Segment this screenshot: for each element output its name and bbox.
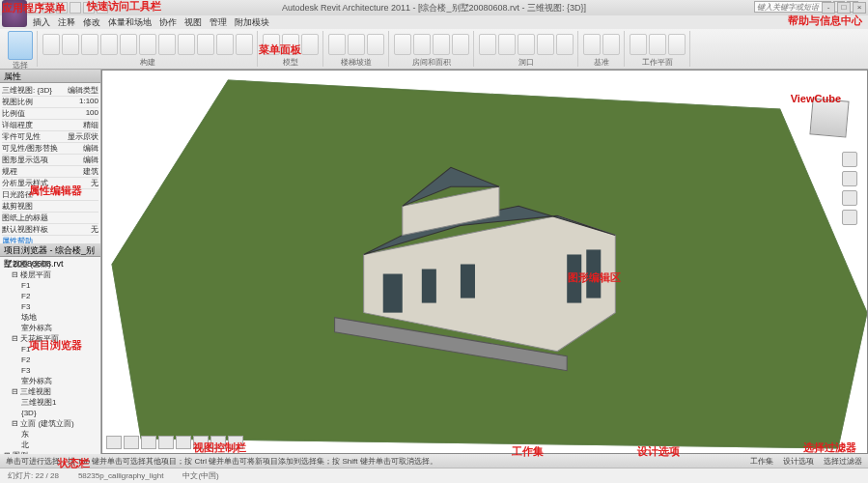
steering-wheel-icon[interactable] (842, 152, 857, 167)
railing-tool-icon[interactable] (367, 34, 384, 55)
vertical-opening-icon[interactable] (537, 34, 554, 55)
maximize-icon[interactable]: □ (837, 2, 851, 14)
wall-tool-icon[interactable] (42, 34, 60, 55)
menu-item[interactable]: 协作 (159, 16, 177, 29)
prop-value[interactable]: 显示原状 (60, 131, 98, 142)
tree-leaf[interactable]: F3 (4, 365, 97, 376)
zoom-icon[interactable] (842, 190, 857, 206)
tree-leaf[interactable]: F1 (4, 344, 97, 355)
tree-leaf[interactable]: 室外标高 (4, 376, 97, 386)
workset-status[interactable]: 工作集 (750, 456, 773, 467)
tree-node[interactable]: ⊟ 天花板平面 (4, 333, 97, 344)
qat-redo-icon[interactable] (56, 2, 68, 14)
prop-value[interactable]: 建筑 (60, 166, 98, 177)
menu-item[interactable]: 插入 (33, 16, 50, 29)
curtain-tool-icon[interactable] (197, 34, 214, 55)
legend-tool-icon[interactable] (452, 34, 469, 55)
sun-path-icon[interactable] (158, 436, 174, 449)
tree-root[interactable]: ⊟ 视图 (全部) (4, 259, 97, 270)
visual-style-icon[interactable] (141, 436, 156, 449)
menu-item[interactable]: 视图 (184, 16, 202, 29)
menu-item[interactable]: 修改 (83, 16, 100, 29)
menu-item[interactable]: 注释 (58, 16, 75, 29)
grid-tool-icon[interactable] (216, 34, 234, 55)
tree-leaf[interactable]: 北 (4, 440, 97, 450)
ramp-tool-icon[interactable] (348, 34, 365, 55)
window-tool-icon[interactable] (81, 34, 98, 55)
type-selector[interactable]: 三维视图: {3D} (2, 85, 60, 96)
tree-leaf[interactable]: 三维视图1 (4, 397, 97, 408)
menu-item[interactable]: 管理 (210, 16, 227, 29)
text-tool-icon[interactable] (263, 34, 280, 55)
floor-tool-icon[interactable] (178, 34, 195, 55)
prop-value[interactable]: 编辑 (60, 155, 98, 165)
tag-tool-icon[interactable] (433, 34, 450, 55)
menu-item[interactable]: 体量和场地 (108, 16, 152, 29)
prop-value[interactable] (60, 213, 98, 223)
grid-line-icon[interactable] (602, 34, 620, 55)
crop-region-icon[interactable] (210, 436, 226, 449)
prop-value[interactable]: 精细 (60, 120, 98, 130)
viewcube[interactable] (809, 98, 849, 137)
shadows-icon[interactable] (176, 436, 191, 449)
properties-help-link[interactable]: 属性帮助 (2, 236, 98, 243)
menu-item[interactable]: 附加模块 (235, 16, 269, 29)
qat-save-icon[interactable] (29, 2, 41, 14)
prop-value[interactable]: 无 (60, 178, 98, 188)
prop-value[interactable]: 100 (60, 108, 98, 119)
dormer-tool-icon[interactable] (556, 34, 574, 55)
drawing-area[interactable] (101, 70, 868, 454)
line-tool-icon[interactable] (282, 34, 299, 55)
set-workplane-icon[interactable] (630, 34, 647, 55)
wall-opening-icon[interactable] (518, 34, 535, 55)
help-search-input[interactable] (754, 1, 831, 13)
group-tool-icon[interactable] (301, 34, 319, 55)
qat-open-icon[interactable] (83, 2, 95, 14)
lock-view-icon[interactable] (228, 436, 243, 449)
minimize-icon[interactable]: - (822, 2, 835, 14)
prop-value[interactable] (60, 189, 98, 200)
roof-tool-icon[interactable] (139, 34, 156, 55)
tree-leaf[interactable]: F3 (4, 301, 97, 312)
prop-value[interactable]: 编辑 (60, 143, 98, 154)
shaft-tool-icon[interactable] (498, 34, 516, 55)
qat-undo-icon[interactable] (42, 2, 54, 14)
scale-control[interactable] (106, 436, 122, 449)
qat-print-icon[interactable] (70, 2, 81, 14)
tree-leaf[interactable]: 场地 (4, 312, 97, 323)
application-menu-button[interactable] (2, 0, 27, 27)
ref-plane-icon[interactable] (668, 34, 686, 55)
tree-leaf[interactable]: F1 (4, 280, 97, 291)
prop-value[interactable] (60, 201, 98, 212)
opening-tool-icon[interactable] (479, 34, 496, 55)
tree-leaf[interactable]: {3D} (4, 408, 97, 418)
selection-filter-status[interactable]: 选择过滤器 (824, 456, 862, 467)
tree-leaf[interactable]: F2 (4, 355, 97, 365)
close-icon[interactable]: × (853, 2, 866, 14)
tree-node[interactable]: ⊟ 楼层平面 (4, 270, 97, 280)
area-tool-icon[interactable] (413, 34, 431, 55)
show-workplane-icon[interactable] (649, 34, 666, 55)
pan-icon[interactable] (842, 171, 857, 186)
tree-leaf[interactable]: 东 (4, 429, 97, 440)
tree-node[interactable]: ⊞ 图例 (4, 450, 97, 454)
edit-type-button[interactable]: 编辑类型 (60, 85, 98, 96)
modify-tool-icon[interactable] (8, 31, 33, 60)
room-tool-icon[interactable] (394, 34, 411, 55)
crop-view-icon[interactable] (193, 436, 209, 449)
detail-level-icon[interactable] (124, 436, 139, 449)
tree-leaf[interactable]: 室外标高 (4, 323, 97, 333)
tree-node[interactable]: ⊟ 立面 (建筑立面) (4, 418, 97, 429)
component-tool-icon[interactable] (100, 34, 118, 55)
stair-tool-icon[interactable] (328, 34, 346, 55)
tree-leaf[interactable]: F2 (4, 291, 97, 301)
ceiling-tool-icon[interactable] (158, 34, 176, 55)
prop-value[interactable]: 1:100 (60, 97, 98, 107)
mullion-tool-icon[interactable] (236, 34, 253, 55)
level-tool-icon[interactable] (583, 34, 601, 55)
prop-value[interactable]: 无 (60, 224, 98, 235)
qat-measure-icon[interactable] (97, 2, 108, 14)
tree-node[interactable]: ⊟ 三维视图 (4, 386, 97, 397)
design-option-status[interactable]: 设计选项 (783, 456, 814, 467)
door-tool-icon[interactable] (62, 34, 79, 55)
